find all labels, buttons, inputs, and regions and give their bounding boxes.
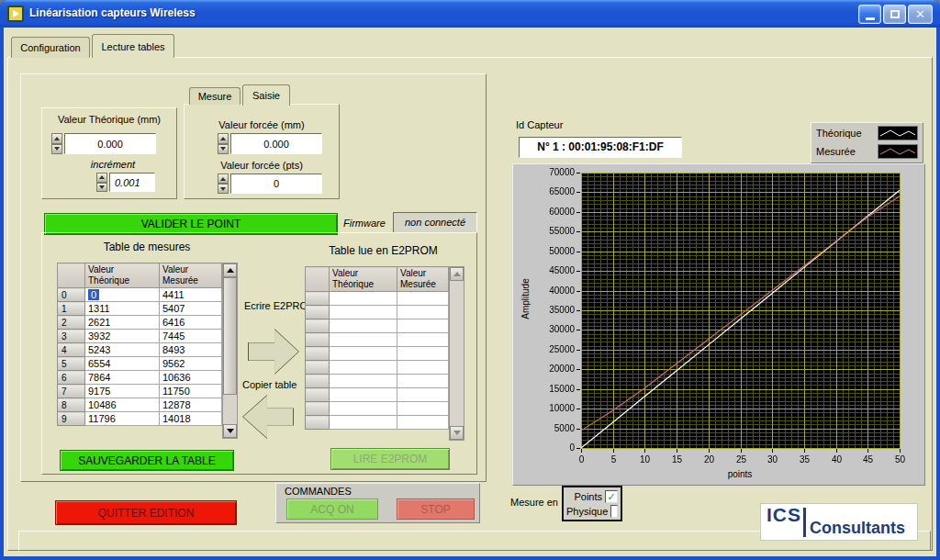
increment-input[interactable] xyxy=(109,173,155,192)
valeur-forcee-pts-spinner[interactable] xyxy=(218,174,229,194)
scroll-up-button[interactable] xyxy=(223,263,237,277)
scroll-down-button[interactable] xyxy=(450,426,464,440)
table-cell[interactable] xyxy=(397,292,449,306)
table-cell[interactable] xyxy=(330,292,397,306)
tab-configuration[interactable]: Configuration xyxy=(11,37,90,58)
row-header[interactable] xyxy=(306,333,330,347)
table-cell[interactable]: 2621 xyxy=(85,316,160,330)
subtab-mesure[interactable]: Mesure xyxy=(189,87,241,105)
close-button[interactable]: ✕ xyxy=(908,5,933,24)
table-cell[interactable]: 12878 xyxy=(160,398,222,412)
table-cell[interactable] xyxy=(330,388,397,402)
table-cell[interactable]: 7864 xyxy=(85,371,160,385)
table-cell[interactable] xyxy=(330,402,397,416)
row-header[interactable] xyxy=(306,306,330,319)
row-header[interactable]: 8 xyxy=(58,398,85,412)
table-cell[interactable]: 6416 xyxy=(160,316,222,330)
row-header[interactable]: 1 xyxy=(58,302,85,316)
table-cell[interactable] xyxy=(330,333,397,347)
row-header[interactable] xyxy=(306,347,330,361)
table-cell[interactable]: 6554 xyxy=(85,357,160,371)
sauvegarder-table-button[interactable]: SAUVEGARDER LA TABLE xyxy=(60,450,234,471)
column-header[interactable]: Valeur Théorique xyxy=(330,267,397,292)
table-cell[interactable] xyxy=(397,402,449,416)
table-corner[interactable] xyxy=(306,267,330,292)
row-header[interactable] xyxy=(306,375,330,388)
row-header[interactable]: 0 xyxy=(58,288,85,302)
column-header[interactable]: Valeur Mesurée xyxy=(160,263,222,288)
table-mesures[interactable]: Valeur ThéoriqueValeur Mesurée0044111131… xyxy=(57,263,222,439)
table-cell[interactable] xyxy=(330,319,397,333)
table-cell[interactable] xyxy=(330,416,397,430)
table-mesures-scrollbar[interactable] xyxy=(222,263,238,439)
ecrire-e2prom-arrow-button[interactable] xyxy=(248,329,299,375)
row-header[interactable] xyxy=(306,361,330,375)
row-header[interactable]: 7 xyxy=(58,385,85,398)
table-cell[interactable] xyxy=(330,375,397,388)
valeur-forcee-mm-spinner[interactable] xyxy=(218,133,229,154)
scrollbar-thumb[interactable] xyxy=(223,277,237,395)
table-cell[interactable] xyxy=(330,347,397,361)
table-cell[interactable]: 14018 xyxy=(160,412,222,426)
table-e2prom-scrollbar[interactable] xyxy=(449,266,464,441)
table-corner[interactable] xyxy=(58,263,85,288)
scroll-down-button[interactable] xyxy=(223,424,237,438)
row-header[interactable]: 6 xyxy=(58,371,85,385)
table-cell[interactable] xyxy=(397,388,449,402)
table-cell[interactable]: 5407 xyxy=(160,302,222,316)
stop-button[interactable]: STOP xyxy=(397,498,475,520)
row-header[interactable]: 2 xyxy=(58,316,85,330)
acq-on-button[interactable]: ACQ ON xyxy=(286,498,378,520)
table-cell[interactable]: 4411 xyxy=(160,288,222,302)
table-cell[interactable]: 3932 xyxy=(85,330,160,343)
table-cell[interactable]: 5243 xyxy=(85,343,160,357)
valeur-forcee-mm-input[interactable] xyxy=(230,133,322,154)
increment-spinner[interactable] xyxy=(96,173,107,192)
table-cell[interactable]: 11796 xyxy=(85,412,160,426)
lire-e2prom-button[interactable]: LIRE E2PROM xyxy=(330,448,450,470)
table-cell[interactable]: 9562 xyxy=(160,357,222,371)
row-header[interactable]: 4 xyxy=(58,343,85,357)
row-header[interactable]: 9 xyxy=(58,412,85,426)
row-header[interactable] xyxy=(306,292,330,306)
physique-option[interactable]: Physique xyxy=(566,504,618,519)
table-cell[interactable] xyxy=(397,347,449,361)
table-cell[interactable]: 7445 xyxy=(160,330,222,343)
table-cell[interactable] xyxy=(330,306,397,319)
legend-item-mesuree[interactable]: Mesurée xyxy=(812,142,922,161)
points-option[interactable]: Points xyxy=(566,489,618,504)
table-cell[interactable] xyxy=(397,361,449,375)
table-cell[interactable]: 10486 xyxy=(85,398,160,412)
table-cell[interactable]: 0 xyxy=(85,288,160,302)
minimize-button[interactable] xyxy=(858,5,881,24)
table-cell[interactable] xyxy=(397,333,449,347)
table-e2prom[interactable]: Valeur ThéoriqueValeur Mesurée xyxy=(305,266,449,441)
scroll-up-button[interactable] xyxy=(450,267,464,281)
tab-lecture-tables[interactable]: Lecture tables xyxy=(92,34,174,58)
copier-table-arrow-button[interactable] xyxy=(242,395,294,439)
row-header[interactable]: 3 xyxy=(58,330,85,343)
row-header[interactable]: 5 xyxy=(58,357,85,371)
column-header[interactable]: Valeur Mesurée xyxy=(397,267,449,292)
table-cell[interactable]: 8493 xyxy=(160,343,222,357)
row-header[interactable] xyxy=(306,319,330,333)
table-cell[interactable]: 9175 xyxy=(85,385,160,398)
points-checkbox[interactable] xyxy=(605,490,618,503)
table-cell[interactable] xyxy=(330,361,397,375)
table-cell[interactable] xyxy=(397,306,449,319)
table-cell[interactable] xyxy=(397,319,449,333)
row-header[interactable] xyxy=(306,416,330,430)
subtab-saisie[interactable]: Saisie xyxy=(242,84,290,106)
column-header[interactable]: Valeur Théorique xyxy=(85,263,160,288)
maximize-button[interactable] xyxy=(883,5,906,24)
table-cell[interactable] xyxy=(397,416,449,430)
row-header[interactable] xyxy=(306,388,330,402)
table-cell[interactable]: 1311 xyxy=(85,302,160,316)
valeur-theorique-spinner[interactable] xyxy=(51,133,62,154)
legend-item-theorique[interactable]: Théorique xyxy=(812,124,922,142)
table-cell[interactable]: 10636 xyxy=(160,371,222,385)
valeur-forcee-pts-input[interactable] xyxy=(230,174,322,194)
quitter-edition-button[interactable]: QUITTER EDITION xyxy=(55,500,237,525)
valeur-theorique-input[interactable] xyxy=(64,133,156,154)
table-cell[interactable]: 11750 xyxy=(160,385,222,398)
